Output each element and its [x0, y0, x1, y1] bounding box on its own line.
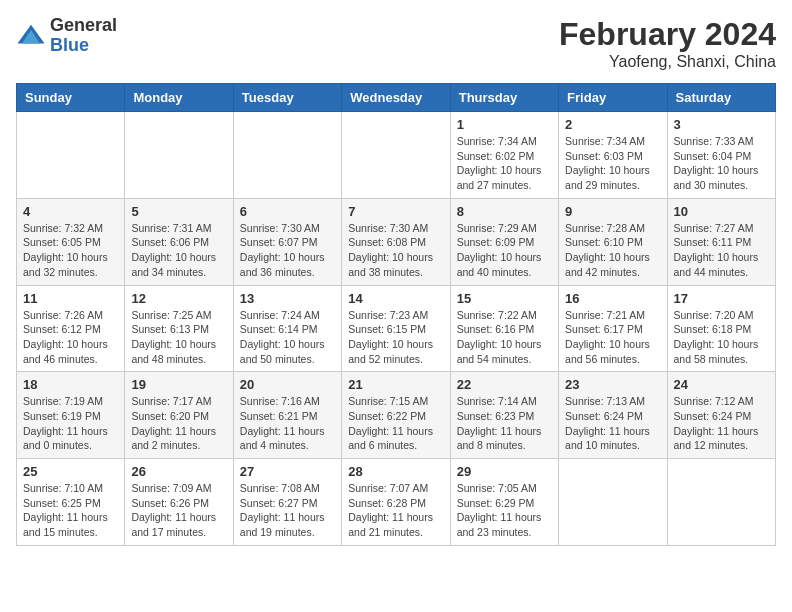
day-number: 9: [565, 204, 660, 219]
day-info: Sunrise: 7:25 AM Sunset: 6:13 PM Dayligh…: [131, 308, 226, 367]
week-row-1: 1Sunrise: 7:34 AM Sunset: 6:02 PM Daylig…: [17, 112, 776, 199]
calendar-cell: 29Sunrise: 7:05 AM Sunset: 6:29 PM Dayli…: [450, 459, 558, 546]
day-number: 2: [565, 117, 660, 132]
day-number: 12: [131, 291, 226, 306]
day-info: Sunrise: 7:23 AM Sunset: 6:15 PM Dayligh…: [348, 308, 443, 367]
calendar-cell: 8Sunrise: 7:29 AM Sunset: 6:09 PM Daylig…: [450, 198, 558, 285]
calendar-cell: 28Sunrise: 7:07 AM Sunset: 6:28 PM Dayli…: [342, 459, 450, 546]
day-number: 8: [457, 204, 552, 219]
day-number: 29: [457, 464, 552, 479]
day-info: Sunrise: 7:10 AM Sunset: 6:25 PM Dayligh…: [23, 481, 118, 540]
day-number: 26: [131, 464, 226, 479]
day-info: Sunrise: 7:32 AM Sunset: 6:05 PM Dayligh…: [23, 221, 118, 280]
calendar-title: February 2024: [559, 16, 776, 53]
day-info: Sunrise: 7:17 AM Sunset: 6:20 PM Dayligh…: [131, 394, 226, 453]
calendar-cell: 12Sunrise: 7:25 AM Sunset: 6:13 PM Dayli…: [125, 285, 233, 372]
day-info: Sunrise: 7:34 AM Sunset: 6:03 PM Dayligh…: [565, 134, 660, 193]
day-number: 20: [240, 377, 335, 392]
day-info: Sunrise: 7:21 AM Sunset: 6:17 PM Dayligh…: [565, 308, 660, 367]
day-info: Sunrise: 7:31 AM Sunset: 6:06 PM Dayligh…: [131, 221, 226, 280]
logo-icon: [16, 21, 46, 51]
calendar-cell: [559, 459, 667, 546]
calendar-cell: 1Sunrise: 7:34 AM Sunset: 6:02 PM Daylig…: [450, 112, 558, 199]
day-number: 16: [565, 291, 660, 306]
day-info: Sunrise: 7:20 AM Sunset: 6:18 PM Dayligh…: [674, 308, 769, 367]
day-number: 1: [457, 117, 552, 132]
calendar-cell: 9Sunrise: 7:28 AM Sunset: 6:10 PM Daylig…: [559, 198, 667, 285]
calendar-cell: 5Sunrise: 7:31 AM Sunset: 6:06 PM Daylig…: [125, 198, 233, 285]
calendar-cell: 13Sunrise: 7:24 AM Sunset: 6:14 PM Dayli…: [233, 285, 341, 372]
week-row-2: 4Sunrise: 7:32 AM Sunset: 6:05 PM Daylig…: [17, 198, 776, 285]
day-number: 13: [240, 291, 335, 306]
logo-text: General Blue: [50, 16, 117, 56]
calendar-header-row: SundayMondayTuesdayWednesdayThursdayFrid…: [17, 84, 776, 112]
calendar-cell: 14Sunrise: 7:23 AM Sunset: 6:15 PM Dayli…: [342, 285, 450, 372]
day-info: Sunrise: 7:26 AM Sunset: 6:12 PM Dayligh…: [23, 308, 118, 367]
day-header-sunday: Sunday: [17, 84, 125, 112]
page-header: General Blue February 2024 Yaofeng, Shan…: [16, 16, 776, 71]
week-row-3: 11Sunrise: 7:26 AM Sunset: 6:12 PM Dayli…: [17, 285, 776, 372]
day-header-friday: Friday: [559, 84, 667, 112]
calendar-cell: 4Sunrise: 7:32 AM Sunset: 6:05 PM Daylig…: [17, 198, 125, 285]
day-info: Sunrise: 7:05 AM Sunset: 6:29 PM Dayligh…: [457, 481, 552, 540]
day-number: 18: [23, 377, 118, 392]
day-number: 28: [348, 464, 443, 479]
day-number: 3: [674, 117, 769, 132]
day-number: 24: [674, 377, 769, 392]
calendar-subtitle: Yaofeng, Shanxi, China: [559, 53, 776, 71]
day-info: Sunrise: 7:29 AM Sunset: 6:09 PM Dayligh…: [457, 221, 552, 280]
calendar-cell: 3Sunrise: 7:33 AM Sunset: 6:04 PM Daylig…: [667, 112, 775, 199]
calendar-cell: 27Sunrise: 7:08 AM Sunset: 6:27 PM Dayli…: [233, 459, 341, 546]
day-info: Sunrise: 7:19 AM Sunset: 6:19 PM Dayligh…: [23, 394, 118, 453]
day-info: Sunrise: 7:24 AM Sunset: 6:14 PM Dayligh…: [240, 308, 335, 367]
day-info: Sunrise: 7:27 AM Sunset: 6:11 PM Dayligh…: [674, 221, 769, 280]
calendar-cell: 10Sunrise: 7:27 AM Sunset: 6:11 PM Dayli…: [667, 198, 775, 285]
calendar-cell: [17, 112, 125, 199]
day-info: Sunrise: 7:08 AM Sunset: 6:27 PM Dayligh…: [240, 481, 335, 540]
day-header-saturday: Saturday: [667, 84, 775, 112]
day-info: Sunrise: 7:09 AM Sunset: 6:26 PM Dayligh…: [131, 481, 226, 540]
day-number: 21: [348, 377, 443, 392]
day-number: 10: [674, 204, 769, 219]
calendar-cell: 7Sunrise: 7:30 AM Sunset: 6:08 PM Daylig…: [342, 198, 450, 285]
day-number: 6: [240, 204, 335, 219]
calendar-cell: 6Sunrise: 7:30 AM Sunset: 6:07 PM Daylig…: [233, 198, 341, 285]
calendar-cell: 17Sunrise: 7:20 AM Sunset: 6:18 PM Dayli…: [667, 285, 775, 372]
day-info: Sunrise: 7:13 AM Sunset: 6:24 PM Dayligh…: [565, 394, 660, 453]
calendar-cell: 19Sunrise: 7:17 AM Sunset: 6:20 PM Dayli…: [125, 372, 233, 459]
calendar-cell: 11Sunrise: 7:26 AM Sunset: 6:12 PM Dayli…: [17, 285, 125, 372]
day-number: 11: [23, 291, 118, 306]
calendar-cell: [342, 112, 450, 199]
day-info: Sunrise: 7:33 AM Sunset: 6:04 PM Dayligh…: [674, 134, 769, 193]
day-number: 15: [457, 291, 552, 306]
calendar-cell: 16Sunrise: 7:21 AM Sunset: 6:17 PM Dayli…: [559, 285, 667, 372]
week-row-5: 25Sunrise: 7:10 AM Sunset: 6:25 PM Dayli…: [17, 459, 776, 546]
day-number: 14: [348, 291, 443, 306]
calendar-cell: 23Sunrise: 7:13 AM Sunset: 6:24 PM Dayli…: [559, 372, 667, 459]
day-info: Sunrise: 7:16 AM Sunset: 6:21 PM Dayligh…: [240, 394, 335, 453]
day-info: Sunrise: 7:07 AM Sunset: 6:28 PM Dayligh…: [348, 481, 443, 540]
calendar-cell: 25Sunrise: 7:10 AM Sunset: 6:25 PM Dayli…: [17, 459, 125, 546]
title-block: February 2024 Yaofeng, Shanxi, China: [559, 16, 776, 71]
day-info: Sunrise: 7:30 AM Sunset: 6:07 PM Dayligh…: [240, 221, 335, 280]
calendar-cell: 21Sunrise: 7:15 AM Sunset: 6:22 PM Dayli…: [342, 372, 450, 459]
logo-blue: Blue: [50, 36, 117, 56]
day-header-tuesday: Tuesday: [233, 84, 341, 112]
day-number: 27: [240, 464, 335, 479]
logo-general: General: [50, 16, 117, 36]
day-header-wednesday: Wednesday: [342, 84, 450, 112]
day-number: 4: [23, 204, 118, 219]
day-info: Sunrise: 7:28 AM Sunset: 6:10 PM Dayligh…: [565, 221, 660, 280]
day-header-monday: Monday: [125, 84, 233, 112]
day-info: Sunrise: 7:34 AM Sunset: 6:02 PM Dayligh…: [457, 134, 552, 193]
calendar-cell: [233, 112, 341, 199]
calendar-cell: 15Sunrise: 7:22 AM Sunset: 6:16 PM Dayli…: [450, 285, 558, 372]
logo: General Blue: [16, 16, 117, 56]
day-info: Sunrise: 7:22 AM Sunset: 6:16 PM Dayligh…: [457, 308, 552, 367]
day-number: 23: [565, 377, 660, 392]
day-number: 19: [131, 377, 226, 392]
day-number: 17: [674, 291, 769, 306]
week-row-4: 18Sunrise: 7:19 AM Sunset: 6:19 PM Dayli…: [17, 372, 776, 459]
day-number: 25: [23, 464, 118, 479]
day-info: Sunrise: 7:15 AM Sunset: 6:22 PM Dayligh…: [348, 394, 443, 453]
